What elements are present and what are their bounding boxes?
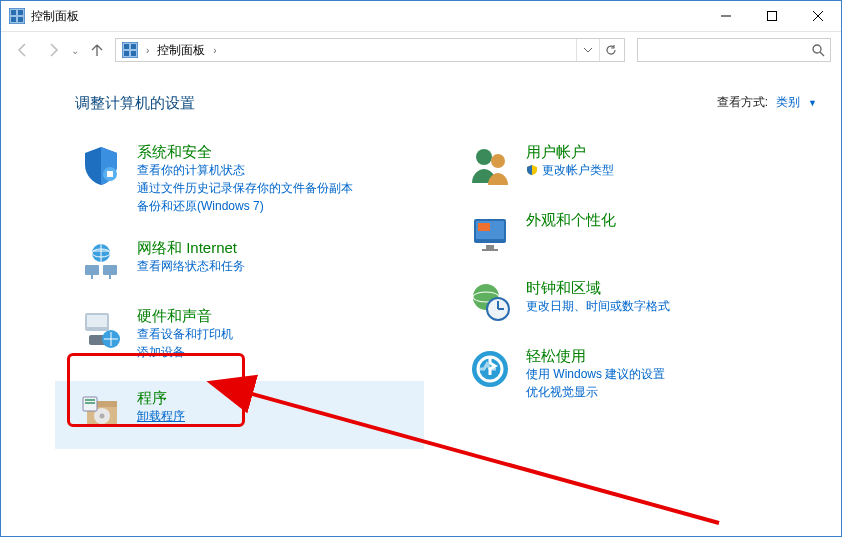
view-by: 查看方式: 类别 ▼ bbox=[717, 94, 817, 111]
svg-point-36 bbox=[491, 154, 505, 168]
nav-row: ⌄ › 控制面板 › bbox=[1, 32, 841, 68]
network-icon bbox=[79, 239, 123, 283]
cat-heading-appearance[interactable]: 外观和个性化 bbox=[526, 211, 616, 228]
cat-ease-of-access: 轻松使用 使用 Windows 建议的设置 优化视觉显示 bbox=[464, 343, 813, 405]
svg-line-15 bbox=[820, 52, 824, 56]
sublink-computer-status[interactable]: 查看你的计算机状态 bbox=[137, 161, 420, 179]
view-by-label: 查看方式: bbox=[717, 94, 768, 111]
search-icon[interactable] bbox=[806, 39, 830, 61]
control-panel-small-icon bbox=[122, 42, 138, 58]
annotation-red-box bbox=[67, 353, 245, 427]
address-dropdown-button[interactable] bbox=[576, 39, 599, 61]
svg-rect-25 bbox=[87, 315, 107, 327]
recent-locations-chevron-icon[interactable]: ⌄ bbox=[71, 45, 79, 56]
svg-rect-4 bbox=[18, 17, 23, 22]
refresh-button[interactable] bbox=[599, 39, 622, 61]
cat-heading-clock[interactable]: 时钟和区域 bbox=[526, 279, 601, 296]
chevron-down-icon[interactable]: ▼ bbox=[808, 98, 817, 108]
user-accounts-icon bbox=[468, 143, 512, 187]
clock-icon bbox=[468, 279, 512, 323]
cat-heading-accounts[interactable]: 用户帐户 bbox=[526, 143, 586, 160]
up-button[interactable] bbox=[85, 38, 109, 62]
cat-heading-security[interactable]: 系统和安全 bbox=[137, 143, 212, 160]
page-title: 调整计算机的设置 bbox=[75, 94, 195, 113]
sublink-windows-suggestions[interactable]: 使用 Windows 建议的设置 bbox=[526, 365, 809, 383]
svg-rect-41 bbox=[482, 249, 498, 251]
svg-rect-40 bbox=[486, 245, 494, 249]
cat-network: 网络和 Internet 查看网络状态和任务 bbox=[75, 235, 424, 287]
sublink-optimize-visual[interactable]: 优化视觉显示 bbox=[526, 383, 809, 401]
title-bar: 控制面板 bbox=[1, 1, 841, 32]
maximize-button[interactable] bbox=[749, 1, 795, 31]
svg-rect-6 bbox=[768, 12, 777, 21]
address-bar[interactable]: › 控制面板 › bbox=[115, 38, 625, 62]
view-by-value[interactable]: 类别 bbox=[776, 94, 800, 111]
window-title: 控制面板 bbox=[31, 8, 79, 25]
cat-heading-network[interactable]: 网络和 Internet bbox=[137, 239, 237, 256]
appearance-icon bbox=[468, 211, 512, 255]
cat-system-security: 系统和安全 查看你的计算机状态 通过文件历史记录保存你的文件备份副本 备份和还原… bbox=[75, 139, 424, 219]
control-panel-window: 控制面板 ⌄ › 控制面板 › bbox=[0, 0, 842, 537]
svg-point-35 bbox=[476, 149, 492, 165]
cat-clock-region: 时钟和区域 更改日期、时间或数字格式 bbox=[464, 275, 813, 327]
svg-rect-13 bbox=[131, 51, 136, 56]
svg-rect-11 bbox=[131, 44, 136, 49]
content-header: 调整计算机的设置 bbox=[75, 94, 813, 113]
svg-rect-17 bbox=[107, 171, 113, 177]
cat-heading-ease[interactable]: 轻松使用 bbox=[526, 347, 586, 364]
sublink-change-account-type[interactable]: 更改帐户类型 bbox=[542, 161, 614, 179]
minimize-button[interactable] bbox=[703, 1, 749, 31]
svg-rect-21 bbox=[103, 265, 117, 275]
sublink-backup-restore-win7[interactable]: 备份和还原(Windows 7) bbox=[137, 197, 420, 215]
cat-user-accounts: 用户帐户 更改帐户类型 bbox=[464, 139, 813, 191]
svg-rect-3 bbox=[11, 17, 16, 22]
close-button[interactable] bbox=[795, 1, 841, 31]
back-button[interactable] bbox=[11, 38, 35, 62]
breadcrumb-root[interactable]: 控制面板 bbox=[153, 42, 209, 59]
svg-rect-2 bbox=[18, 10, 23, 15]
svg-rect-1 bbox=[11, 10, 16, 15]
cat-appearance: 外观和个性化 bbox=[464, 207, 813, 259]
shield-icon bbox=[79, 143, 123, 187]
svg-point-14 bbox=[813, 45, 821, 53]
right-column: 用户帐户 更改帐户类型 外观和个性化 bbox=[464, 139, 813, 465]
control-panel-icon bbox=[9, 8, 25, 24]
search-input[interactable] bbox=[638, 43, 806, 57]
sublink-devices-printers[interactable]: 查看设备和打印机 bbox=[137, 325, 420, 343]
search-box[interactable] bbox=[637, 38, 831, 62]
forward-button[interactable] bbox=[41, 38, 65, 62]
cat-heading-hardware[interactable]: 硬件和声音 bbox=[137, 307, 212, 324]
svg-rect-20 bbox=[85, 265, 99, 275]
breadcrumb-sep-icon[interactable]: › bbox=[142, 45, 153, 56]
hardware-icon bbox=[79, 307, 123, 351]
uac-shield-icon bbox=[526, 164, 538, 176]
breadcrumb-sep-icon[interactable]: › bbox=[209, 45, 220, 56]
svg-rect-12 bbox=[124, 51, 129, 56]
svg-rect-10 bbox=[124, 44, 129, 49]
sublink-network-status[interactable]: 查看网络状态和任务 bbox=[137, 257, 420, 275]
sublink-change-date-time[interactable]: 更改日期、时间或数字格式 bbox=[526, 297, 809, 315]
sublink-file-history-backup[interactable]: 通过文件历史记录保存你的文件备份副本 bbox=[137, 179, 420, 197]
ease-of-access-icon bbox=[468, 347, 512, 391]
svg-rect-39 bbox=[478, 223, 490, 231]
